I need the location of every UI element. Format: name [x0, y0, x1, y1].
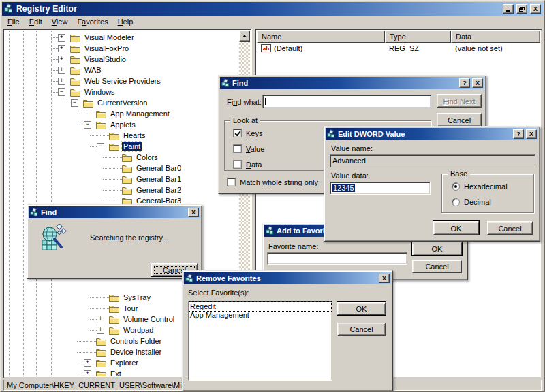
- help-button[interactable]: ?: [459, 78, 470, 88]
- value-checkbox[interactable]: [233, 144, 242, 153]
- collapse-box-icon[interactable]: −: [58, 88, 65, 96]
- value-row[interactable]: ab(Default)REG_SZ(value not set): [257, 43, 540, 54]
- data-checkbox[interactable]: [233, 160, 242, 169]
- favorite-item-regedit[interactable]: Regedit: [189, 302, 331, 311]
- tree-item-wab[interactable]: +WAB: [5, 65, 239, 76]
- tree-item-label[interactable]: CurrentVersion: [96, 98, 149, 108]
- scroll-up-button[interactable]: [239, 31, 250, 42]
- tree-item-label[interactable]: VisualStudio: [83, 54, 127, 64]
- tree-item-label[interactable]: Paint: [122, 142, 142, 151]
- tree-item-label[interactable]: Controls Folder: [109, 336, 163, 346]
- remove-favorites-cancel-button[interactable]: Cancel: [337, 323, 386, 336]
- restore-button[interactable]: [516, 4, 527, 14]
- match-whole-row[interactable]: Match whole string only: [227, 178, 318, 186]
- tree-item-visual-modeler[interactable]: +Visual Modeler: [5, 32, 239, 43]
- find-close-button[interactable]: X: [472, 78, 483, 88]
- find-cancel-button[interactable]: Cancel: [437, 113, 482, 127]
- close-button[interactable]: X: [530, 4, 541, 14]
- remove-favorites-close-button[interactable]: X: [379, 274, 390, 283]
- tree-item-label[interactable]: App Management: [109, 109, 171, 118]
- tree-item-label[interactable]: Web Service Providers: [83, 76, 162, 86]
- add-favorites-ok-button[interactable]: OK: [412, 242, 462, 255]
- tree-item-app-management[interactable]: App Management: [5, 108, 239, 119]
- expand-box-icon[interactable]: +: [58, 67, 65, 74]
- menu-help[interactable]: Help: [113, 16, 138, 28]
- favorite-name-input[interactable]: [267, 252, 407, 265]
- expand-box-icon[interactable]: +: [58, 34, 65, 42]
- edit-dword-cancel-button[interactable]: Cancel: [487, 221, 533, 235]
- menu-edit[interactable]: Edit: [25, 16, 47, 28]
- decimal-radio[interactable]: [452, 198, 460, 206]
- favorite-item-app-management[interactable]: App Management: [189, 311, 331, 320]
- tree-item-label[interactable]: Device Installer: [109, 347, 163, 357]
- tree-item-general-bar1[interactable]: General-Bar1: [5, 174, 239, 184]
- value-checkbox-row[interactable]: Value: [233, 144, 264, 153]
- tree-item-label[interactable]: Volume Control: [122, 314, 176, 324]
- tree-item-label[interactable]: Ext: [109, 369, 123, 376]
- edit-dword-titlebar[interactable]: Edit DWORD Value ? X: [326, 128, 538, 140]
- edit-dword-ok-button[interactable]: OK: [433, 221, 479, 235]
- tree-item-label[interactable]: VisualFoxPro: [83, 44, 130, 53]
- tree-item-label[interactable]: Colors: [135, 152, 159, 162]
- hexadecimal-radio-row[interactable]: Hexadecimal: [452, 182, 508, 191]
- tree-item-label[interactable]: Applets: [109, 120, 137, 129]
- keys-checkbox[interactable]: [233, 129, 242, 137]
- tree-item-general-bar0[interactable]: General-Bar0: [5, 163, 239, 174]
- tree-item-applets[interactable]: −Applets: [5, 119, 239, 130]
- column-header-type[interactable]: Type: [385, 31, 451, 43]
- expand-box-icon[interactable]: +: [84, 370, 91, 377]
- favorites-listbox[interactable]: RegeditApp Management: [188, 301, 332, 381]
- tree-item-label[interactable]: Windows: [83, 87, 116, 97]
- expand-box-icon[interactable]: +: [97, 316, 104, 323]
- tree-item-web-service-providers[interactable]: +Web Service Providers: [5, 76, 239, 86]
- find-next-button[interactable]: Find Next: [437, 94, 482, 108]
- tree-item-label[interactable]: General-Bar0: [135, 163, 183, 173]
- menu-view[interactable]: View: [47, 16, 73, 28]
- collapse-box-icon[interactable]: −: [71, 99, 78, 107]
- collapse-box-icon[interactable]: −: [97, 143, 104, 150]
- menu-file[interactable]: File: [3, 16, 25, 28]
- tree-item-currentversion[interactable]: −CurrentVersion: [5, 97, 239, 108]
- tree-item-general-bar2[interactable]: General-Bar2: [5, 184, 239, 195]
- data-checkbox-row[interactable]: Data: [233, 160, 262, 169]
- value-data-input[interactable]: 12345: [330, 182, 431, 195]
- minimize-button[interactable]: [503, 4, 514, 14]
- match-whole-checkbox[interactable]: [227, 178, 236, 186]
- tree-item-label[interactable]: General-Bar1: [135, 174, 183, 184]
- tree-item-paint[interactable]: −Paint: [5, 141, 239, 152]
- tree-item-colors[interactable]: Colors: [5, 152, 239, 163]
- expand-box-icon[interactable]: +: [58, 45, 65, 52]
- tree-item-windows[interactable]: −Windows: [5, 86, 239, 97]
- tree-item-label[interactable]: SysTray: [122, 293, 152, 302]
- tree-item-label[interactable]: Wordpad: [122, 325, 155, 335]
- tree-item-visualstudio[interactable]: +VisualStudio: [5, 54, 239, 65]
- tree-item-label[interactable]: Hearts: [122, 131, 146, 140]
- add-favorites-cancel-button[interactable]: Cancel: [412, 260, 462, 273]
- help-button[interactable]: ?: [513, 129, 524, 139]
- expand-box-icon[interactable]: +: [58, 78, 65, 85]
- column-header-name[interactable]: Name: [257, 31, 385, 43]
- edit-dword-close-button[interactable]: X: [526, 129, 537, 139]
- expand-box-icon[interactable]: +: [58, 56, 65, 63]
- window-titlebar[interactable]: Registry Editor X: [2, 2, 543, 16]
- tree-item-label[interactable]: WAB: [83, 65, 103, 75]
- expand-box-icon[interactable]: +: [97, 327, 104, 334]
- tree-item-label[interactable]: General-Bar2: [135, 185, 183, 195]
- keys-checkbox-row[interactable]: Keys: [233, 129, 262, 137]
- tree-item-hearts[interactable]: Hearts: [5, 130, 239, 141]
- tree-item-label[interactable]: Tour: [122, 304, 139, 313]
- find-what-input[interactable]: [262, 95, 431, 108]
- expand-box-icon[interactable]: +: [84, 359, 91, 367]
- remove-favorites-ok-button[interactable]: OK: [337, 302, 386, 315]
- searching-close-button[interactable]: X: [188, 208, 199, 217]
- tree-item-visualfoxpro[interactable]: +VisualFoxPro: [5, 43, 239, 54]
- column-header-data[interactable]: Data: [451, 31, 540, 43]
- decimal-radio-row[interactable]: Decimal: [452, 198, 491, 206]
- find-dialog-titlebar[interactable]: Find ? X: [220, 77, 484, 89]
- hexadecimal-radio[interactable]: [452, 182, 460, 191]
- tree-item-label[interactable]: Explorer: [109, 358, 140, 368]
- collapse-box-icon[interactable]: −: [84, 121, 91, 129]
- menu-favorites[interactable]: Favorites: [72, 16, 112, 28]
- tree-item-label[interactable]: Visual Modeler: [83, 33, 136, 42]
- remove-favorites-titlebar[interactable]: Remove Favorites X: [184, 272, 391, 284]
